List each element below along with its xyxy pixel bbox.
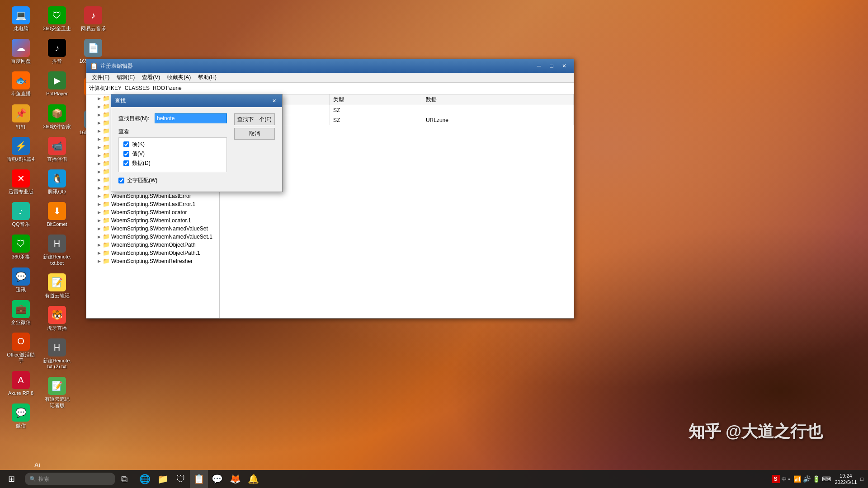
speaker-icon[interactable]: 🔊 [803, 475, 811, 483]
desktop-icon-360[interactable]: 🛡 360杀毒 [5, 233, 37, 262]
desktop-icon-qiye[interactable]: 💼 企业微信 [5, 298, 37, 327]
bell-icon: 🔔 [248, 474, 259, 484]
computer-icon-label: 此电脑 [14, 26, 28, 32]
weixin-icon: 💬 [12, 404, 30, 422]
desktop-icon-dingding[interactable]: 📌 钉钉 [5, 103, 37, 131]
folder-icon-vsmgmt: 📁 [103, 103, 110, 110]
taskbar-search[interactable]: 🔍 搜索 [25, 473, 115, 485]
notification-button[interactable]: □ [860, 476, 863, 482]
desktop-icon-qqmusic[interactable]: ♪ QQ音乐 [5, 200, 37, 229]
cancel-button[interactable]: 取消 [234, 128, 275, 140]
menu-help[interactable]: 帮助(H) [194, 73, 220, 82]
taskbar-app-wechat[interactable]: 💬 [208, 470, 226, 488]
desktop-icon-xunxun[interactable]: 💬 迅讯 [5, 266, 37, 295]
input-method-zh[interactable]: 中 [782, 476, 787, 483]
douyu-icon: 🐟 [12, 71, 30, 89]
dingding-icon-label: 钉钉 [16, 124, 26, 130]
tree-item-wbemnamed1[interactable]: ▶ 📁 WbemScripting.SWbemNamedValueSet.1 [86, 233, 219, 241]
taskbar-app-firefox[interactable]: 🦊 [226, 470, 244, 488]
taskbar-clock[interactable]: 19:24 2022/5/11 [835, 473, 857, 486]
desktop-icon-weixin[interactable]: 💬 微信 [5, 402, 37, 431]
desktop-icon-thunder[interactable]: ⚡ 雷电模拟器4 [5, 135, 37, 164]
desktop-icon-tencent-qq[interactable]: 🐧 腾讯QQ [41, 168, 73, 197]
folder-icon-wbemloc1: 📁 [103, 217, 110, 224]
tree-item-wbemobj[interactable]: ▶ 📁 WbemScripting.SWbemObjectPath [86, 241, 219, 249]
desktop-icon-netease[interactable]: ♪ 网易云音乐 [77, 5, 109, 33]
tree-item-wbemloc[interactable]: ▶ 📁 WbemScripting.SWbemLocator [86, 208, 219, 216]
expand-icon-wbemlast: ▶ [95, 192, 103, 200]
desktop-icon-douyu[interactable]: 🐟 斗鱼直播 [5, 70, 37, 99]
keyboard-icon[interactable]: ⌨ [822, 475, 831, 483]
desktop-icon-360b[interactable]: 🛡 360安全卫士 [41, 5, 73, 33]
desktop-icon-baidu[interactable]: ☁ 百度网盘 [5, 37, 37, 66]
find-input[interactable] [155, 113, 227, 123]
desktop-icon-axure[interactable]: A Axure RP 8 [5, 369, 37, 398]
desktop-icon-cloudnote[interactable]: 📝 有道云笔记记者版 [41, 375, 73, 410]
tree-item-wbemlast[interactable]: ▶ 📁 WbemScripting.SWbemLastError [86, 192, 219, 200]
taskbar-app-explorer[interactable]: 📁 [154, 470, 172, 488]
close-button[interactable]: ✕ [558, 61, 570, 70]
desktop-icon-bitcomet[interactable]: ⬇ BitComet [41, 200, 73, 229]
desktop-icon-xd[interactable]: ✕ 迅雷专业版 [5, 168, 37, 197]
folder-icon-wab-auto: 📁 [103, 152, 110, 159]
tencent-qq-icon: 🐧 [48, 169, 66, 188]
taskbar-app-edge[interactable]: 🌐 [136, 470, 154, 488]
desktop-icon-office[interactable]: O Office激活助手 [5, 331, 37, 366]
expand-icon-w7tod: ▶ [95, 136, 103, 143]
menu-view[interactable]: 查看(V) [138, 73, 164, 82]
tree-item-wbemnamed[interactable]: ▶ 📁 WbemScripting.SWbemNamedValueSet [86, 225, 219, 233]
taskbar-app-regedit[interactable]: 📋 [190, 470, 208, 488]
col-data: 数据 [422, 94, 573, 105]
folder-icon-visio: 📁 [103, 95, 110, 102]
tree-item-wbemlast1[interactable]: ▶ 📁 WbemScripting.SWbemLastError.1 [86, 200, 219, 208]
network-icon[interactable]: 📶 [793, 475, 801, 483]
live-icon-label: 直播伴侣 [47, 156, 67, 162]
tiktok-icon-label: 抖音 [52, 58, 62, 64]
tree-item-wbemref[interactable]: ▶ 📁 WbemScripting.SWbemRefresher [86, 257, 219, 265]
computer-icon: 💻 [12, 6, 30, 24]
tree-label-wbemlast: WbemScripting.SWbemLastError [111, 193, 191, 199]
desktop-icon-computer[interactable]: 💻 此电脑 [5, 5, 37, 33]
regedit-addressbar: 计算机\HKEY_CLASSES_ROOT\zune [86, 83, 574, 94]
battery-icon[interactable]: 🔋 [812, 475, 820, 483]
menu-favorites[interactable]: 收藏夹(A) [164, 73, 194, 82]
desktop-icon-360c[interactable]: 📦 360软件管家 [41, 103, 73, 131]
start-button[interactable]: ⊞ [0, 470, 23, 488]
taskbar-app-360[interactable]: 🛡 [172, 470, 190, 488]
desktop-icon-huzhi[interactable]: 🐯 虎牙直播 [41, 304, 73, 333]
expand-icon-wbemloc1: ▶ [95, 217, 103, 224]
taskbar-app-bell[interactable]: 🔔 [244, 470, 262, 488]
expand-icon-wab: ▶ [95, 144, 103, 151]
col-type: 类型 [329, 94, 422, 105]
menu-file[interactable]: 文件(F) [88, 73, 113, 82]
maximize-button[interactable]: □ [546, 61, 557, 70]
tiktok-icon: ♪ [48, 39, 66, 57]
regedit-titlebar: 📋 注册表编辑器 ─ □ ✕ [86, 59, 574, 73]
tree-item-wbemobj1[interactable]: ▶ 📁 WbemScripting.SWbemObjectPath.1 [86, 249, 219, 257]
checkbox-values[interactable] [123, 151, 129, 157]
heinote-icon: H [48, 235, 66, 253]
desktop-icon-live[interactable]: 📹 直播伴侣 [41, 135, 73, 164]
taskview-button[interactable]: ⧉ [115, 470, 133, 488]
desktop-icon-newheinote[interactable]: H 新建Heinote.txt (2).txt [41, 337, 73, 371]
checkbox-keys[interactable] [123, 141, 129, 147]
tree-item-wbemloc1[interactable]: ▶ 📁 WbemScripting.SWbemLocator.1 [86, 216, 219, 225]
desktop-icon-tiktok[interactable]: ♪ 抖音 [41, 37, 73, 66]
find-next-button[interactable]: 查找下一个(F) [234, 113, 275, 125]
desktop-icon-note[interactable]: 📝 有道云笔记 [41, 272, 73, 300]
desktop-icon-heinote[interactable]: H 新建Heinote.txt.bet [41, 233, 73, 267]
find-dialog-close-button[interactable]: ✕ [269, 97, 278, 105]
xd-icon: ✕ [12, 169, 30, 188]
input-method-s[interactable]: S [772, 475, 780, 483]
expand-icon-vxd: ▶ [95, 127, 103, 135]
qiye-icon: 💼 [12, 300, 30, 318]
window-controls: ─ □ ✕ [533, 61, 570, 70]
desktop-icon-potplayer[interactable]: ▶ PotPlayer [41, 70, 73, 99]
regedit-taskbar-icon: 📋 [193, 474, 205, 484]
find-dialog-left-panel: 查找目标(N): 查看 项(K) 值(V) [111, 107, 234, 192]
checkbox-wholeword[interactable] [118, 178, 124, 183]
minimize-button[interactable]: ─ [533, 61, 545, 70]
menu-edit[interactable]: 编辑(E) [113, 73, 138, 82]
qiye-icon-label: 企业微信 [11, 319, 31, 325]
checkbox-data[interactable] [123, 160, 129, 166]
